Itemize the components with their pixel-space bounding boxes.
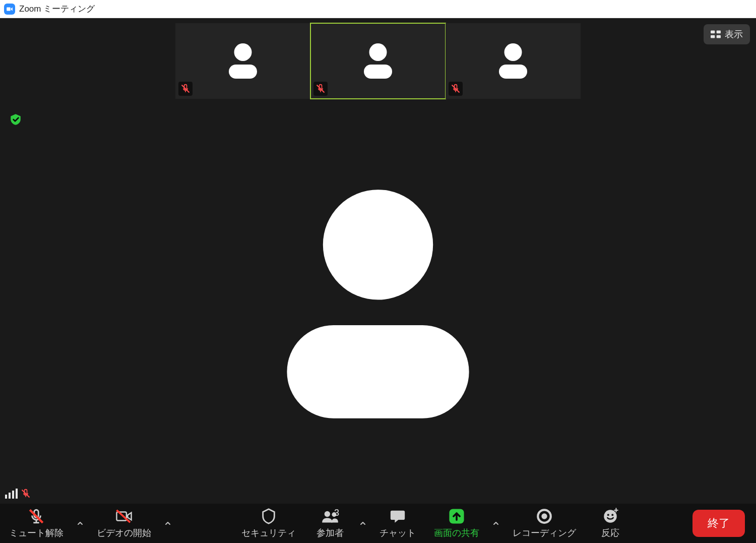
- svg-rect-14: [717, 31, 721, 34]
- unmute-button[interactable]: ミュート解除: [0, 504, 73, 543]
- svg-rect-18: [287, 325, 469, 418]
- chat-button[interactable]: チャット: [370, 504, 425, 543]
- chat-label: チャット: [380, 527, 416, 539]
- participant-thumbnail-active[interactable]: [310, 23, 446, 99]
- security-button[interactable]: セキュリティ: [232, 504, 305, 543]
- window-titlebar: Zoom ミーティング: [0, 0, 756, 18]
- svg-rect-24: [116, 512, 126, 521]
- svg-rect-13: [711, 31, 715, 34]
- svg-rect-0: [7, 7, 11, 11]
- svg-point-5: [369, 43, 387, 61]
- meeting-toolbar: ミュート解除 ビデオの開始 セキュリティ: [0, 504, 756, 543]
- reactions-label: 反応: [601, 527, 619, 539]
- record-button[interactable]: レコーディング: [503, 504, 585, 543]
- svg-rect-2: [229, 65, 257, 79]
- share-screen-icon: [448, 508, 465, 525]
- share-screen-button[interactable]: 画面の共有: [425, 504, 488, 543]
- speaker-avatar-icon: [272, 177, 484, 431]
- mic-muted-icon: [28, 508, 45, 525]
- svg-rect-6: [364, 65, 392, 79]
- participant-thumbnail[interactable]: [175, 23, 310, 99]
- speaker-view: [0, 104, 756, 504]
- start-video-label: ビデオの開始: [97, 527, 151, 539]
- shield-icon: [260, 508, 277, 525]
- svg-point-9: [505, 43, 522, 61]
- participants-button[interactable]: 3 参加者: [305, 504, 355, 543]
- svg-point-26: [325, 511, 330, 517]
- svg-rect-10: [499, 65, 527, 79]
- window-title: Zoom ミーティング: [19, 3, 95, 15]
- reactions-button[interactable]: + 反応: [585, 504, 636, 543]
- meeting-area: 表示 ミュート解除: [0, 18, 756, 543]
- end-meeting-button[interactable]: 終了: [692, 510, 745, 537]
- record-icon: [536, 508, 553, 525]
- share-options-caret[interactable]: [488, 504, 503, 543]
- svg-point-17: [323, 190, 433, 299]
- svg-point-32: [607, 514, 609, 516]
- security-label: セキュリティ: [241, 527, 296, 539]
- svg-point-33: [611, 514, 613, 516]
- avatar-icon: [495, 40, 531, 82]
- gallery-strip: 表示: [0, 18, 756, 104]
- connection-status[interactable]: [5, 489, 31, 499]
- chat-icon: [389, 508, 406, 525]
- video-options-caret[interactable]: [160, 504, 175, 543]
- participant-thumbnail[interactable]: [446, 23, 581, 99]
- share-screen-label: 画面の共有: [434, 527, 479, 539]
- unmute-label: ミュート解除: [9, 527, 64, 539]
- encryption-shield-icon[interactable]: [9, 113, 22, 128]
- signal-bars-icon: [5, 489, 18, 499]
- participants-count: 3: [334, 508, 339, 518]
- participants-options-caret[interactable]: [355, 504, 370, 543]
- mic-muted-icon: [21, 489, 31, 499]
- audio-options-caret[interactable]: [73, 504, 88, 543]
- avatar-icon: [225, 40, 261, 82]
- record-label: レコーディング: [513, 527, 576, 539]
- zoom-logo-icon: [4, 4, 15, 15]
- mic-muted-icon: [449, 82, 463, 96]
- mic-muted-icon: [313, 82, 328, 96]
- video-off-icon: [115, 508, 133, 525]
- avatar-icon: [360, 40, 396, 82]
- mic-muted-icon: [178, 82, 193, 96]
- svg-point-1: [234, 43, 252, 61]
- svg-point-30: [541, 513, 547, 519]
- participants-label: 参加者: [317, 527, 344, 539]
- start-video-button[interactable]: ビデオの開始: [88, 504, 160, 543]
- view-button-label: 表示: [725, 28, 743, 40]
- view-button[interactable]: 表示: [704, 24, 750, 44]
- svg-rect-16: [717, 35, 721, 38]
- svg-rect-15: [711, 35, 715, 38]
- grid-icon: [711, 30, 721, 38]
- plus-badge-icon: +: [614, 506, 618, 515]
- end-meeting-label: 終了: [708, 517, 730, 529]
